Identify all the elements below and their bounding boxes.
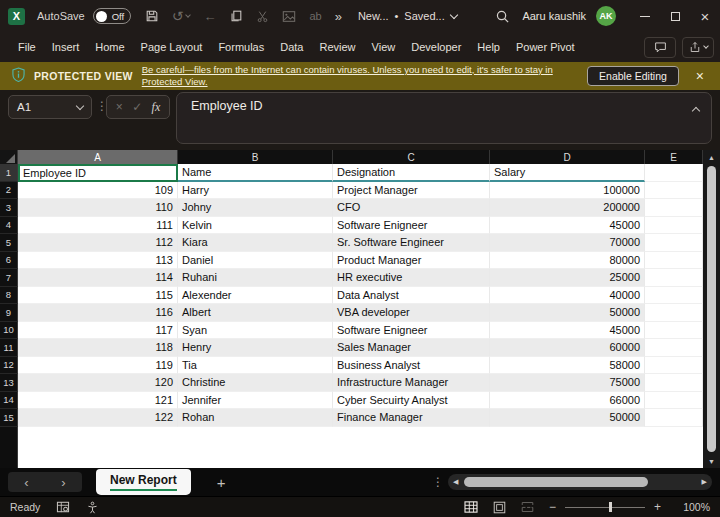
- cell-employee-id[interactable]: 117: [18, 322, 178, 340]
- cell-salary[interactable]: 25000: [490, 269, 645, 287]
- zoom-slider-thumb[interactable]: [609, 502, 612, 512]
- cell-salary[interactable]: 40000: [490, 287, 645, 305]
- column-header-a[interactable]: A: [18, 150, 178, 164]
- comments-button[interactable]: [644, 37, 676, 58]
- cancel-icon[interactable]: ×: [116, 100, 123, 114]
- cell-salary[interactable]: 100000: [490, 182, 645, 200]
- autosave-toggle[interactable]: Off: [93, 8, 131, 24]
- cell-designation[interactable]: Product Manager: [333, 252, 490, 270]
- copy-icon[interactable]: [229, 9, 243, 23]
- row-number[interactable]: 11: [0, 339, 18, 357]
- cell-designation[interactable]: Cyber Secuirty Analyst: [333, 392, 490, 410]
- column-header-b[interactable]: B: [178, 150, 333, 164]
- protected-view-message[interactable]: Be careful—files from the Internet can c…: [142, 64, 578, 89]
- enter-icon[interactable]: ✓: [132, 100, 142, 114]
- cell-designation[interactable]: Software Enigneer: [333, 322, 490, 340]
- tab-page-layout[interactable]: Page Layout: [133, 35, 211, 59]
- cell-salary[interactable]: 75000: [490, 374, 645, 392]
- cell-name-header[interactable]: Name: [178, 164, 333, 182]
- cell-employee-id[interactable]: 115: [18, 287, 178, 305]
- sheet-more-icon[interactable]: ⋮: [432, 475, 444, 489]
- cell-empty[interactable]: [645, 392, 703, 410]
- search-icon[interactable]: [495, 9, 510, 24]
- macro-record-icon[interactable]: [56, 501, 70, 513]
- cell-designation[interactable]: Project Manager: [333, 182, 490, 200]
- cell-employee-id[interactable]: 114: [18, 269, 178, 287]
- zoom-out-icon[interactable]: −: [549, 500, 556, 514]
- document-title[interactable]: New... • Saved...: [358, 10, 457, 22]
- sheet-tab-new-report[interactable]: New Report: [96, 469, 191, 495]
- prev-sheet-icon[interactable]: ‹: [24, 475, 28, 490]
- row-number[interactable]: 15: [0, 409, 18, 427]
- cell-employee-id[interactable]: 109: [18, 182, 178, 200]
- cell-empty[interactable]: [645, 269, 703, 287]
- tab-home[interactable]: Home: [87, 35, 132, 59]
- cell-designation-header[interactable]: Designation: [333, 164, 490, 182]
- name-box[interactable]: A1: [8, 95, 92, 119]
- maximize-button[interactable]: [660, 0, 690, 32]
- cell-salary[interactable]: 80000: [490, 252, 645, 270]
- cell-designation[interactable]: HR executive: [333, 269, 490, 287]
- column-header-e[interactable]: E: [645, 150, 703, 164]
- row-number[interactable]: 8: [0, 287, 18, 305]
- cell-employee-id[interactable]: 112: [18, 234, 178, 252]
- tab-power-pivot[interactable]: Power Pivot: [508, 35, 583, 59]
- zoom-slider[interactable]: [565, 502, 645, 512]
- cell-salary[interactable]: 66000: [490, 392, 645, 410]
- cell-employee-id[interactable]: 121: [18, 392, 178, 410]
- cell-employee-id[interactable]: 120: [18, 374, 178, 392]
- cell-salary[interactable]: 45000: [490, 322, 645, 340]
- accessibility-icon[interactable]: [86, 501, 99, 514]
- cell-name[interactable]: Daniel: [178, 252, 333, 270]
- cell-employee-id[interactable]: 110: [18, 199, 178, 217]
- cell-name[interactable]: Alexender: [178, 287, 333, 305]
- cut-icon[interactable]: [256, 10, 269, 23]
- normal-view-icon[interactable]: [464, 501, 478, 513]
- cell-name[interactable]: Kelvin: [178, 217, 333, 235]
- cell-name[interactable]: Johny: [178, 199, 333, 217]
- cell-empty[interactable]: [645, 374, 703, 392]
- cell-employee-id[interactable]: 111: [18, 217, 178, 235]
- row-number[interactable]: 13: [0, 374, 18, 392]
- replace-icon[interactable]: ab: [309, 11, 321, 22]
- column-header-d[interactable]: D: [490, 150, 645, 164]
- formula-input[interactable]: Employee ID: [176, 92, 712, 144]
- tab-review[interactable]: Review: [311, 35, 363, 59]
- undo-icon[interactable]: ↺: [172, 9, 191, 23]
- add-sheet-icon[interactable]: +: [217, 474, 226, 491]
- cell-empty[interactable]: [645, 199, 703, 217]
- cell-salary[interactable]: 58000: [490, 357, 645, 375]
- cell-name[interactable]: Kiara: [178, 234, 333, 252]
- page-break-view-icon[interactable]: [521, 501, 534, 513]
- collapse-formula-bar-icon[interactable]: [692, 107, 700, 115]
- cell-salary-header[interactable]: Salary: [490, 164, 645, 182]
- cell-designation[interactable]: Infrastructure Manager: [333, 374, 490, 392]
- cell-name[interactable]: Syan: [178, 322, 333, 340]
- scroll-right-icon[interactable]: ▶: [702, 478, 707, 486]
- cell-name[interactable]: Rohan: [178, 409, 333, 427]
- cell-designation[interactable]: Business Analyst: [333, 357, 490, 375]
- zoom-in-icon[interactable]: +: [654, 500, 661, 514]
- close-icon[interactable]: ×: [688, 68, 712, 84]
- cell-name[interactable]: Jennifer: [178, 392, 333, 410]
- column-header-c[interactable]: C: [333, 150, 490, 164]
- tab-data[interactable]: Data: [272, 35, 311, 59]
- row-number[interactable]: 12: [0, 357, 18, 375]
- cell-designation[interactable]: CFO: [333, 199, 490, 217]
- cell-empty[interactable]: [645, 339, 703, 357]
- cell-employee-id[interactable]: 119: [18, 357, 178, 375]
- row-number[interactable]: 5: [0, 234, 18, 252]
- cell-employee-id[interactable]: 118: [18, 339, 178, 357]
- scroll-up-icon[interactable]: ▲: [708, 150, 715, 164]
- row-number[interactable]: 1: [0, 164, 18, 182]
- next-sheet-icon[interactable]: ›: [61, 475, 65, 490]
- cell-designation[interactable]: Data Analyst: [333, 287, 490, 305]
- horizontal-scroll-track[interactable]: [462, 477, 697, 487]
- cell-name[interactable]: Christine: [178, 374, 333, 392]
- tab-insert[interactable]: Insert: [44, 35, 88, 59]
- cell-name[interactable]: Tia: [178, 357, 333, 375]
- cell-empty[interactable]: [645, 287, 703, 305]
- cell-name[interactable]: Ruhani: [178, 269, 333, 287]
- cell-name[interactable]: Harry: [178, 182, 333, 200]
- cell-empty[interactable]: [645, 234, 703, 252]
